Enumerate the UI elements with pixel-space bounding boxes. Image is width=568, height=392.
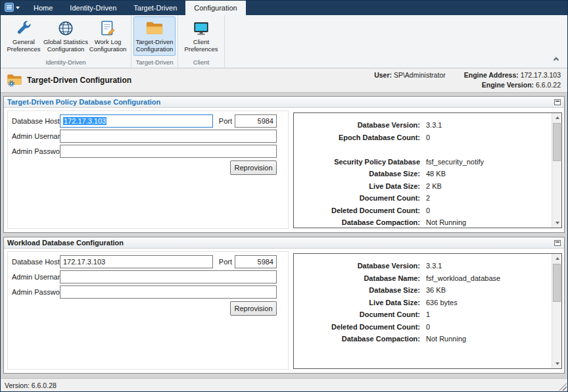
info-value: fsf_workload_database — [426, 274, 500, 282]
port-input[interactable]: 5984 — [235, 114, 277, 128]
ribbon-collapse-button[interactable] — [552, 55, 561, 62]
page-header: Target-Driven Configuration User: SP\Adm… — [1, 68, 567, 93]
ribbon: General Preferences Global Statistics Co… — [1, 15, 567, 68]
admin-username-input[interactable] — [60, 270, 277, 283]
admin-password-label: Admin Password — [12, 288, 66, 296]
app-menu-icon — [5, 3, 14, 13]
panel-body: Database Host 172.17.3.103 Port 5984 Adm… — [4, 108, 564, 232]
ribbon-button-label: Work Log — [95, 38, 121, 45]
info-label: Database Version: — [294, 262, 420, 270]
ribbon-button-label: Client — [193, 38, 209, 45]
info-row: Database Compaction:Not Running — [294, 333, 561, 345]
scroll-up-icon[interactable] — [552, 254, 562, 263]
info-value: 36 KB — [426, 286, 446, 294]
panel-collapse-icon[interactable] — [554, 99, 561, 105]
info-row: Security Policy Databasefsf_security_not… — [294, 156, 561, 168]
target-driven-folder-icon — [6, 72, 23, 89]
info-label: Security Policy Database — [294, 158, 420, 166]
ribbon-button-label: Preferences — [184, 45, 218, 53]
tab-identity-driven[interactable]: Identity-Driven — [61, 1, 125, 15]
info-row: Database Size:48 KB — [294, 168, 561, 180]
vertical-scrollbar[interactable] — [552, 254, 561, 368]
scrollbar-thumb[interactable] — [553, 264, 561, 302]
policy-database-configuration-panel: Target-Driven Policy Database Configurat… — [3, 96, 565, 233]
info-row: Database Name:fsf_workload_database — [294, 272, 561, 285]
scroll-up-icon[interactable] — [552, 113, 562, 122]
ribbon-button-label: Configuration — [47, 45, 85, 53]
ribbon-button-label: Preferences — [7, 45, 40, 53]
ribbon-group-client: Client Preferences Client — [178, 15, 225, 68]
panel-header: Workload Database Configuration — [4, 237, 564, 249]
ribbon-group-identity-driven: General Preferences Global Statistics Co… — [1, 15, 131, 68]
info-label: Document Count: — [294, 310, 420, 318]
ribbon-group-label-client: Client — [180, 58, 222, 68]
info-label: Database Version: — [294, 121, 420, 129]
info-value: 2 — [426, 194, 430, 202]
database-host-input[interactable]: 172.17.3.103 — [60, 255, 213, 268]
port-input[interactable]: 5984 — [235, 255, 277, 268]
info-value: 1 — [426, 310, 430, 318]
info-value: 2 KB — [426, 182, 442, 190]
tab-configuration[interactable]: Configuration — [185, 1, 245, 15]
chevron-down-icon — [16, 7, 20, 9]
main-content: Target-Driven Policy Database Configurat… — [1, 93, 567, 378]
admin-password-input[interactable] — [60, 285, 277, 299]
user-info: User: SP\Administrator — [374, 70, 446, 80]
info-row: Database Size:36 KB — [294, 284, 561, 297]
info-row: Deleted Document Count:0 — [294, 205, 561, 217]
wrench-icon — [15, 18, 32, 38]
info-row: Database Compaction:Not Running — [294, 216, 561, 228]
tab-target-driven[interactable]: Target-Driven — [125, 1, 185, 15]
database-host-input[interactable]: 172.17.3.103 — [60, 114, 213, 128]
info-row: Database Version:3.3.1 — [294, 260, 561, 272]
engine-address-info: Engine Address: 172.17.3.103 — [464, 70, 561, 80]
ribbon-group-label-identity-driven: Identity-Driven — [3, 58, 129, 68]
port-label: Port — [208, 117, 232, 125]
panel-header: Target-Driven Policy Database Configurat… — [4, 97, 564, 108]
reprovision-button[interactable]: Reprovision — [230, 301, 277, 316]
info-label: Database Compaction: — [294, 335, 420, 343]
info-row: Document Count:2 — [294, 192, 561, 205]
info-label: Database Compaction: — [294, 218, 420, 226]
info-value: 48 KB — [426, 170, 446, 178]
scroll-down-icon[interactable] — [552, 359, 562, 368]
client-preferences-button[interactable]: Client Preferences — [180, 16, 222, 56]
resize-grip[interactable] — [559, 383, 567, 391]
ribbon-group-target-driven: Target-Driven Configuration Target-Drive… — [131, 15, 178, 68]
info-row: Database Version:3.3.1 — [294, 119, 561, 132]
info-value: 0 — [426, 323, 430, 331]
info-value: 0 — [426, 134, 430, 141]
ribbon-button-label: General — [12, 38, 35, 45]
panel-body: Database Host 172.17.3.103 Port 5984 Adm… — [4, 249, 564, 373]
info-value: Not Running — [426, 335, 466, 343]
target-driven-configuration-button[interactable]: Target-Driven Configuration — [133, 16, 176, 56]
monitor-icon — [193, 18, 210, 38]
workload-database-configuration-panel: Workload Database Configuration Database… — [3, 237, 565, 374]
general-preferences-button[interactable]: General Preferences — [3, 16, 45, 56]
info-value: Not Running — [426, 218, 466, 226]
status-bar: Version: 6.6.0.28 — [1, 378, 567, 391]
global-statistics-configuration-button[interactable]: Global Statistics Configuration — [45, 16, 87, 56]
admin-username-input[interactable] — [60, 130, 277, 143]
scroll-down-icon[interactable] — [552, 218, 562, 228]
database-host-value: 172.17.3.103 — [63, 258, 105, 266]
info-label: Document Count: — [294, 194, 420, 202]
admin-password-label: Admin Password — [12, 147, 66, 155]
engine-version-info: Engine Version: 6.6.0.22 — [482, 80, 561, 90]
tab-home[interactable]: Home — [25, 1, 61, 15]
admin-password-input[interactable] — [60, 145, 277, 158]
port-value: 5984 — [258, 258, 273, 266]
reprovision-button[interactable]: Reprovision — [230, 160, 277, 175]
info-row: Document Count:1 — [294, 308, 561, 321]
ribbon-tabs: Home Identity-Driven Target-Driven Confi… — [25, 1, 246, 15]
info-label: Database Size: — [294, 286, 420, 294]
vertical-scrollbar[interactable] — [552, 113, 561, 228]
port-value: 5984 — [258, 117, 273, 125]
panel-collapse-icon[interactable] — [554, 240, 561, 246]
folder-icon — [145, 18, 164, 38]
work-log-configuration-button[interactable]: Work Log Configuration — [87, 16, 129, 56]
version-text: Version: 6.6.0.28 — [5, 381, 57, 389]
scrollbar-thumb[interactable] — [553, 123, 561, 161]
info-label: Deleted Document Count: — [294, 207, 420, 214]
app-menu-button[interactable] — [1, 1, 25, 15]
